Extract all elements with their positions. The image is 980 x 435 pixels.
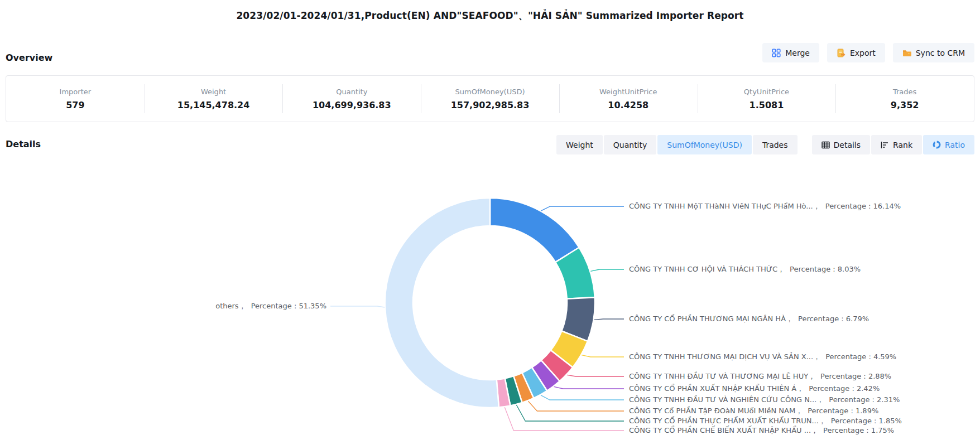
slice-label-percentage: Percentage : 2.88% (820, 372, 891, 380)
slice-label-name: CÔNG TY TNHH MộT THàNH VIêN THựC PHẩM Hò… (629, 202, 820, 210)
slice-label-percentage: Percentage : 8.03% (790, 265, 861, 273)
slice-label: CÔNG TY Cổ PHẦN TậP ĐOàN MUốI MIềN NAM，P… (629, 406, 878, 416)
slice-label: CÔNG TY TNHH ĐẦU TƯ VÀ THƯƠNG MẠI LÊ HUY… (629, 371, 891, 381)
label-line (541, 395, 624, 400)
slice-label: CÔNG TY TNHH ĐẦU TƯ VÀ NGHIÊN CỨU CÔNG N… (629, 395, 900, 405)
slice-label-percentage: Percentage : 4.59% (825, 352, 896, 361)
slice-label: CÔNG TY CỔ PHẦN THƯƠNG MẠI NGÂN HÀ，Perce… (629, 314, 869, 324)
donut-chart (0, 0, 980, 435)
slice-label-percentage: Percentage : 1.89% (808, 407, 878, 415)
slice-label-name: CÔNG TY TNHH THƯƠNG MẠI DỊCH VỤ VÀ SẢN X… (629, 352, 820, 361)
slice-label-name: CÔNG TY CỔ PHẦN CHẾ BIẾN XUẤT NHẬP KHẨU … (629, 426, 818, 434)
slice-label: CÔNG TY TNHH MộT THàNH VIêN THựC PHẩM Hò… (629, 201, 901, 211)
slice-label: CÔNG TY TNHH THƯƠNG MẠI DỊCH VỤ VÀ SẢN X… (629, 352, 896, 362)
slice-label-name: CÔNG TY TNHH CƠ HỘI VÀ THÁCH THỨC， (629, 265, 785, 273)
slice-label-percentage: Percentage : 2.42% (809, 384, 880, 393)
slice-label: CÔNG TY CỔ PHẦN CHẾ BIẾN XUẤT NHẬP KHẨU … (629, 426, 894, 435)
label-line (528, 401, 624, 411)
label-line (554, 386, 624, 389)
label-line (516, 405, 624, 421)
slice-label-name: CÔNG TY Cổ PHẦN TậP ĐOàN MUốI MIềN NAM， (629, 407, 803, 415)
slice-label-percentage: Percentage : 16.14% (825, 202, 901, 210)
slice-label-name: CÔNG TY TNHH ĐẦU TƯ VÀ NGHIÊN CỨU CÔNG N… (629, 395, 824, 404)
slice-label-percentage: Percentage : 6.79% (798, 315, 869, 323)
label-line (590, 269, 624, 271)
slice-label-name: CÔNG TY CỔ PHẦN THƯƠNG MẠI NGÂN HÀ， (629, 315, 793, 323)
label-line (582, 355, 624, 357)
slice-label-name: CÔNG TY CỔ PHẦN THỰC PHẨM XUẤT KHẨU TRUN… (629, 417, 826, 425)
slice-label-percentage: Percentage : 1.85% (831, 417, 902, 425)
others-slice-label: others，Percentage : 51.35% (215, 301, 326, 311)
slice-label: CÔNG TY CỔ PHẦN XUẤT NHẬP KHẨU THIÊN Á，P… (629, 384, 880, 394)
slice-label-name: others， (215, 302, 246, 310)
pie-slice[interactable] (385, 198, 499, 408)
pie-slice[interactable] (490, 198, 579, 262)
slice-label-name: CÔNG TY CỔ PHẦN XUẤT NHẬP KHẨU THIÊN Á， (629, 384, 804, 393)
slice-label: CÔNG TY TNHH CƠ HỘI VÀ THÁCH THỨC，Percen… (629, 264, 861, 274)
slice-label: CÔNG TY CỔ PHẦN THỰC PHẨM XUẤT KHẨU TRUN… (629, 416, 902, 426)
label-line (567, 375, 624, 376)
slice-label-percentage: Percentage : 51.35% (251, 302, 326, 310)
slice-label-percentage: Percentage : 2.31% (829, 395, 900, 404)
label-line (594, 319, 624, 320)
slice-label-percentage: Percentage : 1.75% (823, 426, 894, 434)
label-line (330, 306, 385, 307)
label-line (541, 206, 624, 211)
slice-label-name: CÔNG TY TNHH ĐẦU TƯ VÀ THƯƠNG MẠI LÊ HUY… (629, 372, 815, 380)
